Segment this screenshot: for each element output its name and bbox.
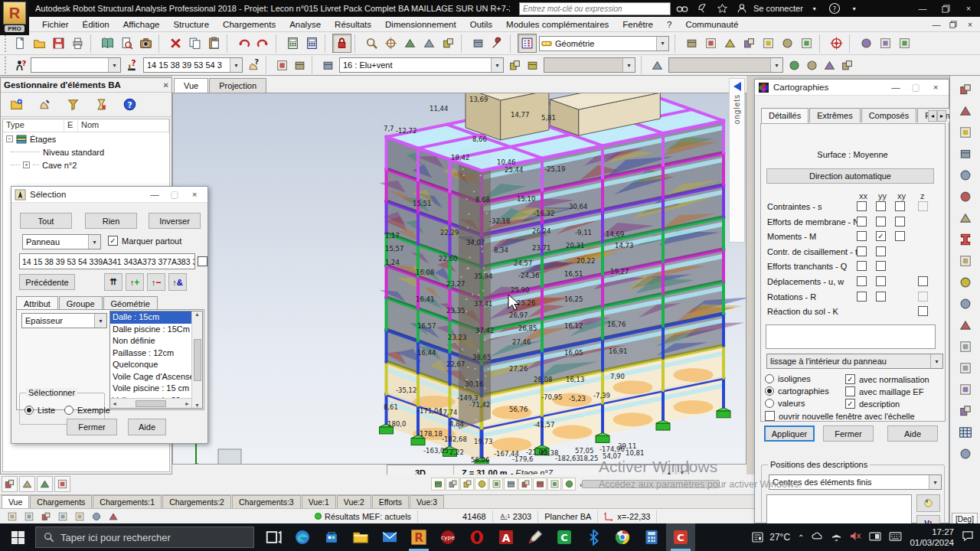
panels-stack-button[interactable] [955, 272, 976, 293]
mesh-window-button[interactable] [720, 34, 740, 53]
eta-minus-button[interactable] [431, 478, 445, 491]
frame-3d-button[interactable] [955, 400, 976, 422]
list-item[interactable]: Dalle : 15cm [110, 311, 191, 324]
menu-?[interactable]: ? [660, 18, 678, 31]
mdi-close-button[interactable]: × [962, 18, 978, 31]
layout-tab-efforts[interactable]: Efforts [372, 495, 409, 508]
slab-y-button[interactable] [518, 478, 532, 491]
tab-composs[interactable]: Composés [861, 108, 917, 122]
col-e[interactable]: E [64, 119, 78, 132]
minimize-button[interactable]: — [886, 80, 906, 95]
win-cube-a-button[interactable] [72, 510, 87, 523]
search-input[interactable]: Entrez mot-clé ou expression [519, 2, 671, 15]
menu-analyse[interactable]: Analyse [283, 18, 328, 31]
win-cube-b-button[interactable] [89, 510, 103, 523]
previous-button[interactable]: Précédente [19, 274, 75, 290]
help-button[interactable]: Aide [887, 425, 938, 442]
window-save-button[interactable] [291, 57, 309, 73]
zoom-button[interactable] [362, 34, 381, 53]
minimize-button[interactable]: — [145, 187, 165, 202]
checkbox-avec-normalisation[interactable]: ✓avec normalisation [845, 374, 929, 384]
arrow-and-button[interactable]: ↑& [168, 273, 187, 291]
bar-h-button[interactable] [955, 100, 976, 122]
taskbar-clock[interactable]: 17:2701/03/2024 [910, 527, 954, 549]
layers-multi-button[interactable] [54, 476, 70, 492]
mesh-modify-button[interactable] [778, 34, 797, 53]
minimize-button[interactable]: — [911, 2, 934, 15]
person-question-button[interactable] [5, 510, 19, 523]
radio-liste[interactable]: Liste [24, 406, 55, 415]
display-icon[interactable] [869, 532, 881, 543]
volume-muted-icon[interactable] [850, 531, 861, 543]
refresh-button[interactable] [916, 494, 940, 512]
calculator-button[interactable] [283, 34, 302, 53]
v-question-button[interactable] [21, 510, 36, 523]
col-nom[interactable]: Nom [78, 119, 169, 132]
grid-checkbox-z[interactable] [918, 201, 928, 211]
print-button[interactable] [68, 34, 87, 53]
sign-in-link[interactable]: Se connecter [753, 4, 803, 13]
mail-taskbar-icon[interactable] [375, 523, 404, 551]
collapse-icon[interactable]: − [6, 135, 13, 142]
text-red-button[interactable] [37, 476, 53, 492]
mef-status[interactable]: Résultats MEF: actuels [309, 510, 418, 523]
nodes-count[interactable]: 41468 [456, 510, 493, 523]
copy-button[interactable] [185, 34, 204, 53]
dim-top-button[interactable] [955, 315, 976, 336]
store-taskbar-icon[interactable] [317, 523, 346, 551]
apply-button[interactable]: Appliquer [764, 425, 815, 442]
tab-scroll-buttons[interactable]: ◄ ► [928, 110, 946, 122]
smoothing-combobox[interactable]: lissage à l'intérieur du panneau▾ [766, 354, 943, 369]
node-dot-button[interactable] [955, 79, 976, 100]
tree-row-etages[interactable]: − Étages [3, 132, 169, 145]
opera-taskbar-icon[interactable] [462, 523, 492, 551]
list-item[interactable]: Quelconque [110, 359, 191, 371]
slab-flat-button[interactable] [955, 122, 976, 143]
grid-checkbox-xy[interactable] [895, 231, 905, 241]
close-button[interactable]: × [957, 2, 980, 15]
mdi-minimize-button[interactable]: — [928, 18, 945, 31]
current-element[interactable]: Plancher BA [538, 510, 598, 523]
close-button[interactable]: × [185, 187, 204, 202]
col-type[interactable]: Type [3, 119, 64, 132]
object-cube-button[interactable] [955, 379, 976, 400]
pen-taskbar-icon[interactable] [521, 523, 550, 551]
carto-dialog-titlebar[interactable]: Cartographies — ▢ × [755, 80, 949, 96]
slope-question-button[interactable] [524, 57, 541, 73]
lock-button[interactable] [332, 34, 351, 53]
layout-tab-chargements[interactable]: Chargements [30, 495, 92, 508]
grid-small-button[interactable] [38, 510, 53, 523]
mesh-wand-button[interactable] [682, 34, 701, 53]
panel-win-button[interactable] [955, 165, 976, 186]
radio-cartographies[interactable]: cartographies [765, 386, 829, 396]
selection-dialog-titlebar[interactable]: Sélection — ▢ × [11, 187, 207, 203]
grid-checkbox-yy[interactable]: ✓ [876, 231, 886, 241]
volume-box-button[interactable] [955, 207, 976, 229]
mesh-grid-button[interactable] [701, 34, 720, 53]
close-dialog-button[interactable]: Fermer [823, 425, 874, 442]
help-icon[interactable]: ? [826, 2, 843, 15]
layout-tab-chargements-1[interactable]: Chargements:1 [93, 495, 162, 508]
view-rotate-button[interactable] [400, 34, 420, 53]
num-123-button[interactable] [547, 478, 561, 491]
touch-keyboard-icon[interactable] [889, 532, 902, 543]
chevron-down-icon[interactable]: ▼ [806, 2, 823, 15]
arrow-remove-button[interactable]: ↑− [147, 273, 165, 291]
mdi-restore-button[interactable] [945, 18, 962, 31]
bars-count-cell[interactable]: A-12303 [493, 510, 538, 523]
open-new-window-checkbox[interactable]: ouvrir nouvelle fenêtre avec l'échelle [765, 411, 915, 421]
analysis-combobox[interactable]: ▾ [668, 57, 783, 73]
robot-taskbar-icon[interactable]: R [404, 523, 433, 551]
help-person-button[interactable]: ? [11, 57, 28, 73]
mesh-delete-button[interactable] [797, 34, 816, 53]
new-button[interactable] [11, 34, 30, 53]
grid-checkbox-xy[interactable] [895, 201, 905, 211]
chair-question-button[interactable] [803, 57, 821, 73]
horizontal-scrollbar[interactable]: ◄► [110, 398, 191, 408]
support-tri-button[interactable] [955, 293, 976, 315]
menu-dimensionnement[interactable]: Dimensionnement [378, 18, 463, 31]
pencil-y-button[interactable] [489, 478, 503, 491]
grid-checkbox-xx[interactable] [857, 292, 867, 302]
tab-dtaills[interactable]: Détaillés [761, 108, 808, 123]
toolbar-grip[interactable] [5, 35, 8, 52]
